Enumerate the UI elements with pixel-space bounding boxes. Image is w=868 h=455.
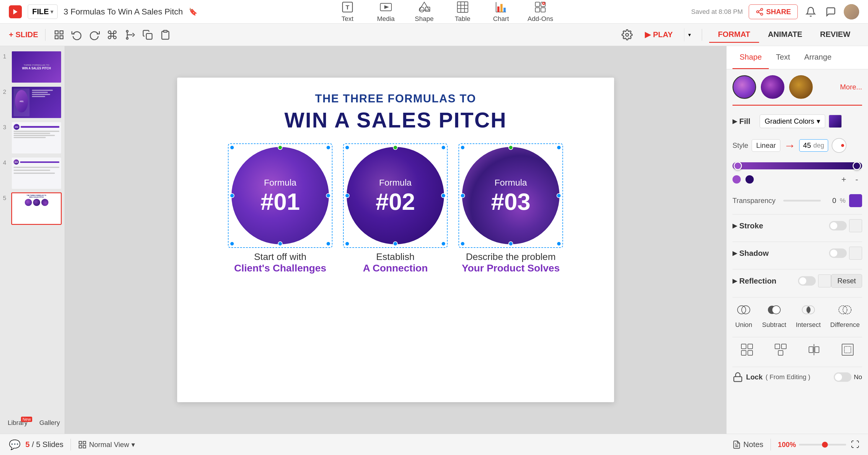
bookmark-icon[interactable]: 🔖 (189, 8, 197, 16)
zoom-slider[interactable] (799, 444, 846, 446)
add-slide-button[interactable]: + SLIDE (9, 30, 38, 39)
slide-thumb-2[interactable]: 2 #01 (3, 86, 62, 119)
handle-mr-1[interactable] (326, 193, 331, 198)
formula-circle-1[interactable]: Formula #01 (231, 147, 329, 244)
handle-bl-2[interactable] (345, 241, 349, 246)
handle-ml-2[interactable] (345, 193, 349, 198)
toolbar-shape[interactable]: Shape (412, 1, 436, 23)
reflection-toggle-switch[interactable] (798, 276, 816, 286)
notifications-button[interactable] (804, 5, 818, 19)
right-tab-text[interactable]: Text (769, 46, 797, 69)
paint-format-button[interactable] (106, 28, 119, 41)
union-op[interactable]: Union (735, 301, 752, 329)
gradient-stop-right[interactable] (745, 175, 754, 184)
gradient-handle-right[interactable] (852, 162, 861, 170)
zoom-thumb[interactable] (822, 442, 828, 448)
handle-mr-2[interactable] (441, 193, 446, 198)
handle-tr-2[interactable] (441, 145, 446, 150)
align-distribute-op[interactable] (805, 341, 823, 359)
messages-button[interactable] (824, 5, 838, 19)
handle-tl-3[interactable] (460, 145, 465, 150)
align-grid-op[interactable] (738, 341, 756, 359)
user-avatar[interactable] (844, 4, 859, 20)
handle-mr-3[interactable] (557, 193, 561, 198)
toolbar-table[interactable]: Table (451, 1, 474, 23)
fullscreen-button[interactable]: ⛶ (851, 440, 859, 449)
chat-button[interactable]: 💬 (9, 439, 21, 450)
style-value-dropdown[interactable]: Linear (752, 139, 780, 152)
toolbar-addons[interactable]: Add-Ons (528, 1, 553, 23)
fill-color-preview[interactable] (829, 115, 842, 128)
stop-dot-right[interactable] (745, 175, 754, 184)
redo-button[interactable] (88, 28, 101, 41)
fill-type-dropdown[interactable]: Gradient Colors ▾ (760, 115, 825, 128)
handle-tl-1[interactable] (230, 145, 235, 150)
stroke-color-box[interactable] (849, 219, 862, 232)
handle-br-3[interactable] (557, 241, 561, 246)
handle-br-2[interactable] (441, 241, 446, 246)
formula-circle-wrapper-2[interactable]: Formula #02 (347, 147, 444, 244)
handle-tl-2[interactable] (345, 145, 349, 150)
toolbar-text[interactable]: T Text (336, 1, 359, 23)
stroke-toggle-switch[interactable] (829, 221, 847, 230)
degrees-input[interactable]: 45 deg (799, 139, 828, 152)
slide-thumb-5[interactable]: 5 THE THREE FORMULAS TOWIN A SALES PITCH (3, 192, 62, 225)
gradient-bar[interactable] (733, 162, 862, 169)
handle-tr-3[interactable] (557, 145, 561, 150)
view-selector[interactable]: Normal View ▾ (78, 440, 135, 449)
share-button[interactable]: SHARE (749, 4, 798, 19)
angle-picker[interactable] (832, 138, 846, 153)
tab-format[interactable]: FORMAT (709, 27, 759, 43)
gradient-handle-left[interactable] (734, 162, 742, 170)
transparency-slider[interactable] (783, 200, 821, 201)
notes-button[interactable]: Notes (732, 440, 764, 449)
subtract-op[interactable]: Subtract (762, 301, 786, 329)
file-menu-button[interactable]: FILE ▾ (28, 4, 58, 19)
handle-br-1[interactable] (326, 241, 331, 246)
intersect-op[interactable]: Intersect (796, 301, 820, 329)
slide-thumb-3[interactable]: 3 #02 (3, 122, 62, 154)
cut-button[interactable] (123, 28, 136, 41)
handle-bm-3[interactable] (508, 241, 513, 246)
handle-ml-3[interactable] (460, 193, 465, 198)
play-dropdown-button[interactable]: ▾ (684, 28, 695, 41)
more-colors-link[interactable]: More... (840, 83, 862, 91)
shadow-color-box[interactable] (849, 247, 862, 260)
slide-thumb-1[interactable]: 1 THREE FORMULAS TO WIN A SALES PITCH (3, 51, 62, 83)
handle-tm-1[interactable] (278, 145, 283, 150)
copy-button[interactable] (141, 28, 154, 41)
formula-item-1[interactable]: Formula #01 Start off with Client's Chal… (231, 147, 329, 274)
toolbar-chart[interactable]: Chart (489, 1, 513, 23)
app-logo[interactable] (9, 5, 22, 18)
formula-circle-wrapper-3[interactable]: Formula #03 (462, 147, 559, 244)
settings-button[interactable] (621, 28, 633, 41)
gradient-stop-left[interactable] (733, 175, 741, 184)
tab-review[interactable]: REVIEW (811, 27, 859, 43)
reflection-color-box[interactable] (818, 274, 831, 287)
shadow-toggle-switch[interactable] (829, 249, 847, 258)
formula-item-2[interactable]: Formula #02 Establish A Connection (347, 147, 444, 274)
undo-button[interactable] (70, 28, 83, 41)
handle-bm-1[interactable] (278, 241, 283, 246)
handle-bl-1[interactable] (230, 241, 235, 246)
handle-tm-2[interactable] (393, 145, 398, 150)
formula-circle-3[interactable]: Formula #03 (462, 147, 559, 244)
handle-ml-1[interactable] (230, 193, 235, 198)
gradient-remove-button[interactable]: - (851, 174, 862, 185)
handle-bm-2[interactable] (393, 241, 398, 246)
paste-button[interactable] (159, 28, 172, 41)
formula-circle-2[interactable]: Formula #02 (347, 147, 444, 244)
formula-circle-wrapper-1[interactable]: Formula #01 (231, 147, 329, 244)
handle-tm-3[interactable] (508, 145, 513, 150)
swatch-dark-purple[interactable] (761, 75, 784, 99)
lock-toggle-switch[interactable] (834, 372, 851, 382)
swatch-purple-gradient[interactable] (733, 75, 756, 99)
gradient-add-button[interactable]: + (838, 174, 849, 185)
swatch-brown[interactable] (789, 75, 813, 99)
play-button[interactable]: ▶ PLAY (638, 27, 679, 42)
tab-animate[interactable]: ANIMATE (759, 27, 811, 43)
right-tab-arrange[interactable]: Arrange (797, 46, 839, 69)
gallery-tab[interactable]: Gallery (35, 417, 65, 429)
handle-tr-1[interactable] (326, 145, 331, 150)
handle-bl-3[interactable] (460, 241, 465, 246)
